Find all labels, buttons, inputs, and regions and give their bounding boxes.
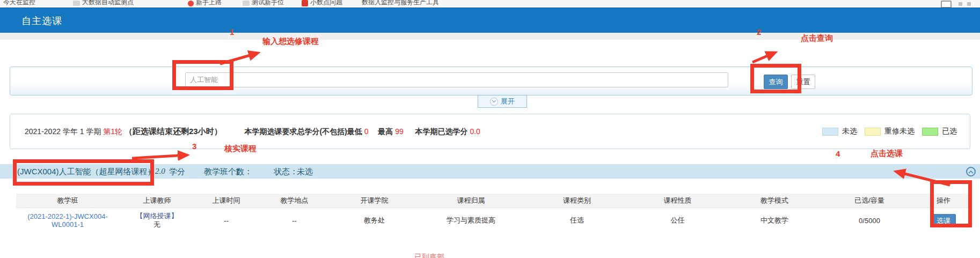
legend-item-unselected: 未选 bbox=[822, 127, 857, 136]
query-button[interactable]: 查询 bbox=[764, 75, 788, 89]
col-action: 操作 bbox=[916, 194, 971, 208]
red-dot-icon bbox=[188, 1, 194, 6]
select-course-button[interactable]: 选课 bbox=[931, 214, 956, 227]
semester-info: 2021-2022 学年 1 学期 第1轮 （距选课结束还剩23小时） 本学期选… bbox=[25, 127, 480, 137]
annotation-step2-text: 点击查询 bbox=[801, 33, 833, 43]
bookmark-label: 今天在监控 bbox=[3, 0, 35, 7]
arrow-step2 bbox=[752, 53, 775, 62]
selected-credits-label: 本学期已选学分 bbox=[415, 127, 468, 136]
header-divider bbox=[0, 32, 980, 40]
bookmark-item[interactable]: 新手上路 bbox=[188, 0, 222, 8]
place-cell: -- bbox=[258, 208, 331, 233]
nature-cell: 公任 bbox=[630, 208, 726, 233]
class-table: 教学班 上课教师 上课时间 教学地点 开课学院 课程归属 课程类别 课程性质 教… bbox=[16, 194, 971, 233]
teacher-name: 无 bbox=[119, 220, 195, 229]
course-header-band: (JWCX004)人工智能（超星网络课程） － 2.0 学分 教学班个数： 1 … bbox=[0, 164, 980, 179]
expand-label: 展开 bbox=[501, 97, 515, 106]
credit-req-label: 本学期选课要求总学分(不包括)最低 bbox=[244, 127, 362, 136]
annotation-step1-number: 1 bbox=[230, 27, 234, 36]
browser-bookmarks-bar: 今天在监控 大数据自动监测点 新手上路 测试新手位 小数点问题 数据入监控与服务… bbox=[0, 0, 980, 8]
col-time: 上课时间 bbox=[195, 194, 258, 208]
course-title: (JWCX004)人工智能（超星网络课程） bbox=[17, 167, 156, 177]
status-legend: 未选 重修未选 已选 bbox=[822, 114, 957, 149]
bookmark-item[interactable]: 今天在监控 bbox=[3, 0, 35, 8]
col-category: 课程类别 bbox=[524, 194, 630, 208]
annotation-step3-number: 3 bbox=[192, 142, 196, 151]
col-belong: 课程归属 bbox=[418, 194, 524, 208]
capacity-cell: 0/5000 bbox=[823, 208, 916, 233]
class-count-label: 教学班个数： bbox=[204, 167, 252, 177]
red-badge-icon bbox=[302, 0, 308, 6]
credit-max-label: 最高 bbox=[378, 127, 393, 136]
selected-credits-value: 0.0 bbox=[470, 127, 480, 136]
annotation-step4-text: 点击选课 bbox=[871, 149, 903, 159]
course-separator: － bbox=[146, 167, 154, 177]
chevron-down-icon bbox=[490, 98, 498, 106]
course-search-input[interactable] bbox=[185, 72, 728, 87]
round-label: 第1轮 bbox=[103, 127, 122, 136]
end-of-list-text: 已到底部 bbox=[414, 253, 444, 258]
browser-toolbar-icon[interactable] bbox=[967, 2, 971, 6]
selection-info-panel: 2021-2022 学年 1 学期 第1轮 （距选课结束还剩23小时） 本学期选… bbox=[10, 114, 970, 149]
class-count-value: 1 bbox=[235, 167, 239, 176]
collapse-course-button[interactable] bbox=[966, 167, 976, 176]
credit-min-value: 0 bbox=[364, 127, 369, 136]
college-cell: 教务处 bbox=[331, 208, 418, 233]
arrow-step1 bbox=[220, 53, 258, 64]
selected-swatch bbox=[922, 128, 938, 136]
belong-cell: 学习与素质提高 bbox=[418, 208, 524, 233]
class-name-link[interactable]: (2021-2022-1)-JWCX004-WL0001-1 bbox=[27, 212, 108, 228]
table-row: (2021-2022-1)-JWCX004-WL0001-1 【网络授课】 无 … bbox=[16, 208, 971, 233]
col-mode: 教学模式 bbox=[726, 194, 823, 208]
time-cell: -- bbox=[195, 208, 258, 233]
retake-swatch bbox=[865, 128, 881, 136]
expand-toggle[interactable]: 展开 bbox=[478, 95, 527, 108]
col-capacity: 已选/容量 bbox=[823, 194, 916, 208]
course-credits: 2.0 bbox=[155, 167, 165, 176]
teacher-cell: 【网络授课】 无 bbox=[119, 208, 195, 233]
col-teacher: 上课教师 bbox=[119, 194, 195, 208]
course-status-value: 未选 bbox=[297, 167, 313, 177]
credit-max-value: 99 bbox=[395, 127, 404, 136]
bookmark-label: 新手上路 bbox=[196, 0, 222, 7]
col-nature: 课程性质 bbox=[630, 194, 726, 208]
bookmark-label: 测试新手位 bbox=[252, 0, 284, 7]
legend-item-selected: 已选 bbox=[922, 127, 957, 136]
col-place: 教学地点 bbox=[258, 194, 331, 208]
browser-toolbar-icon[interactable] bbox=[959, 2, 962, 6]
col-class: 教学班 bbox=[16, 194, 119, 208]
reset-button[interactable]: 重置 bbox=[791, 75, 815, 89]
unselected-swatch bbox=[822, 128, 838, 136]
annotation-step1-text: 输入想选修课程 bbox=[262, 36, 319, 47]
annotation-step4-number: 4 bbox=[836, 149, 840, 158]
bookmark-item[interactable]: 小数点问题 bbox=[302, 0, 342, 8]
bookmark-label: 小数点问题 bbox=[310, 0, 342, 7]
col-college: 开课学院 bbox=[331, 194, 418, 208]
countdown-label: （距选课结束还剩23小时） bbox=[125, 127, 222, 136]
page-header: 自主选课 bbox=[0, 8, 980, 33]
course-credits-unit: 学分 bbox=[169, 167, 185, 177]
bookmark-item[interactable]: 数据入监控与服务生产工具 bbox=[362, 0, 439, 8]
folder-icon bbox=[73, 1, 80, 6]
mode-cell: 中文教学 bbox=[726, 208, 823, 233]
arrow-step3 bbox=[132, 155, 187, 158]
bookmark-label: 大数据自动监测点 bbox=[82, 0, 134, 7]
bookmark-label: 数据入监控与服务生产工具 bbox=[362, 0, 439, 7]
table-header-row: 教学班 上课教师 上课时间 教学地点 开课学院 课程归属 课程类别 课程性质 教… bbox=[16, 194, 971, 208]
bookmark-item[interactable]: 大数据自动监测点 bbox=[73, 0, 134, 8]
online-course-tag: 【网络授课】 bbox=[119, 212, 195, 220]
legend-item-retake: 重修未选 bbox=[865, 127, 915, 136]
page-title: 自主选课 bbox=[21, 14, 62, 27]
folder-icon bbox=[243, 1, 250, 6]
semester-label: 2021-2022 学年 1 学期 bbox=[25, 127, 101, 136]
course-selection-page: 今天在监控 大数据自动监测点 新手上路 测试新手位 小数点问题 数据入监控与服务… bbox=[0, 0, 980, 258]
annotation-step2-number: 2 bbox=[757, 27, 761, 36]
course-status-label: 状态： bbox=[274, 167, 298, 177]
monitor-icon[interactable] bbox=[941, 1, 952, 8]
category-cell: 任选 bbox=[524, 208, 630, 233]
bookmark-item[interactable]: 测试新手位 bbox=[243, 0, 284, 8]
annotation-step3-text: 核实课程 bbox=[224, 144, 257, 154]
